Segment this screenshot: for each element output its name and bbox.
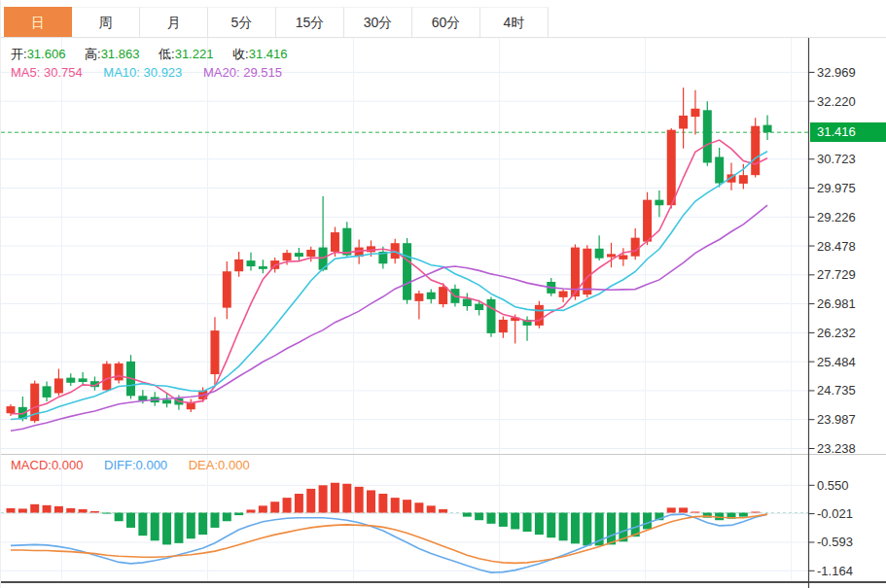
high-label: 高:	[85, 47, 101, 61]
tab-5m[interactable]: 5分	[208, 7, 276, 37]
open-label: 开:	[11, 47, 27, 61]
ma-readout: MA5: 30.754 MA10: 30.923 MA20: 29.515	[11, 65, 282, 80]
svg-text:-0.021: -0.021	[817, 506, 853, 521]
timeframe-tabbar: 日 周 月 5分 15分 30分 60分 4时	[1, 0, 886, 38]
open-value: 31.606	[27, 47, 66, 61]
ma10-value: 30.923	[144, 65, 183, 80]
tab-1d[interactable]: 日	[4, 7, 72, 37]
svg-text:28.478: 28.478	[817, 239, 856, 254]
ma10-label: MA10:	[103, 65, 140, 80]
low-label: 低:	[159, 47, 175, 61]
tab-1w[interactable]: 周	[72, 7, 140, 37]
current-price-tag: 31.416	[810, 122, 886, 142]
ma20-label: MA20:	[203, 65, 240, 80]
svg-text:32.220: 32.220	[817, 94, 856, 109]
macd-value: 0.000	[52, 458, 84, 472]
ohlc-readout: 开:31.606 高:31.863 低:31.221 收:31.416	[11, 46, 302, 63]
svg-text:29.975: 29.975	[817, 181, 856, 195]
ma5-label: MA5:	[11, 65, 40, 80]
svg-text:-0.593: -0.593	[817, 535, 853, 549]
svg-text:32.969: 32.969	[817, 65, 856, 80]
svg-text:26.232: 26.232	[817, 326, 856, 340]
tab-4h[interactable]: 4时	[480, 7, 549, 37]
svg-text:26.981: 26.981	[817, 296, 856, 311]
chart-area[interactable]: 32.96932.22030.72329.97529.22628.47827.7…	[1, 38, 886, 588]
low-value: 31.221	[175, 47, 214, 61]
high-value: 31.863	[101, 47, 140, 61]
svg-text:-1.164: -1.164	[817, 564, 853, 578]
svg-text:23.987: 23.987	[817, 412, 856, 427]
svg-text:23.238: 23.238	[817, 441, 856, 456]
close-label: 收:	[232, 47, 249, 61]
tab-15m[interactable]: 15分	[276, 7, 344, 37]
svg-text:24.735: 24.735	[817, 383, 856, 398]
close-value: 31.416	[249, 47, 288, 61]
svg-text:29.226: 29.226	[817, 210, 856, 225]
diff-value: 0.000	[136, 458, 168, 472]
svg-text:25.484: 25.484	[817, 355, 856, 369]
macd-label: MACD:	[11, 458, 52, 472]
macd-readout: MACD:0.000 DIFF:0.000 DEA:0.000	[11, 458, 250, 472]
kline-chart-widget: 日 周 月 5分 15分 30分 60分 4时 32.96932.22030.7…	[0, 0, 886, 588]
tab-1mo[interactable]: 月	[140, 7, 208, 37]
diff-label: DIFF:	[104, 458, 136, 472]
ma20-value: 29.515	[243, 65, 282, 80]
chart-canvas[interactable]: 32.96932.22030.72329.97529.22628.47827.7…	[1, 38, 886, 588]
svg-text:0.550: 0.550	[817, 478, 849, 493]
dea-value: 0.000	[218, 458, 250, 472]
svg-text:30.723: 30.723	[817, 152, 856, 166]
dea-label: DEA:	[189, 458, 218, 472]
tab-60m[interactable]: 60分	[412, 7, 480, 37]
svg-text:27.729: 27.729	[817, 267, 856, 282]
ma5-value: 30.754	[44, 65, 83, 80]
tab-30m[interactable]: 30分	[344, 7, 412, 37]
